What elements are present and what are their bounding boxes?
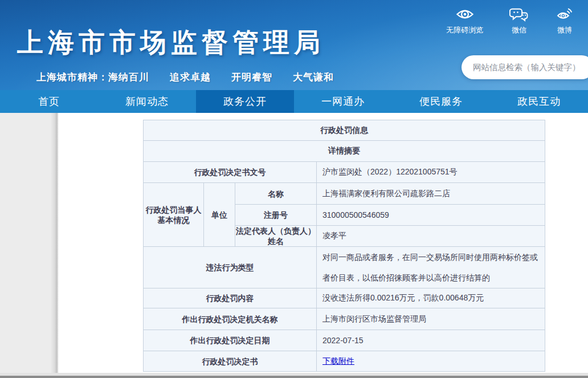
wechat-icon — [509, 5, 529, 24]
wechat-label: 微信 — [512, 25, 526, 35]
penalty-content-value: 没收违法所得0.00216万元，罚款0.00648万元 — [317, 288, 545, 308]
table-row: 作出行政处罚决定日期 2022-07-15 — [144, 330, 545, 351]
penalty-info-table: 行政处罚信息 详情摘要 行政处罚决定书文号 沪市监闵处（2022）1220210… — [143, 120, 545, 372]
decision-date-label: 作出行政处罚决定日期 — [144, 330, 317, 351]
weibo-icon — [555, 5, 574, 24]
weibo-label: 微博 — [557, 25, 572, 35]
nav-item-interaction[interactable]: 政民互动 — [490, 90, 588, 113]
legal-rep-label: 法定代表人（负责人） 姓名 — [235, 226, 317, 247]
table-row: 作出行政处罚决定机关名称 上海市闵行区市场监督管理局 — [144, 308, 545, 330]
table-title: 行政处罚信息 — [144, 120, 545, 141]
doc-no-label: 行政处罚决定书文号 — [144, 162, 317, 183]
site-title: 上海市市场监督管理局 — [17, 25, 325, 60]
nav-item-news[interactable]: 新闻动态 — [98, 90, 196, 113]
table-row: 详情摘要 — [144, 141, 545, 162]
table-row: 行政处罚信息 — [144, 120, 545, 141]
reg-no-value: 310000500546059 — [317, 205, 545, 226]
authority-label: 作出行政处罚决定机关名称 — [144, 308, 317, 330]
wechat-link[interactable]: 微信 — [509, 5, 529, 35]
authority-value: 上海市闵行区市场监督管理局 — [317, 308, 545, 330]
search-input[interactable] — [473, 63, 584, 72]
left-rail — [0, 113, 59, 373]
page: 上海市市场监督管理局 上海城市精神：海纳百川 追求卓越 开明睿智 大气谦和 无障… — [0, 0, 588, 378]
city-spirit-slogan: 上海城市精神：海纳百川 追求卓越 开明睿智 大气谦和 — [36, 71, 334, 84]
decision-doc-cell: 下载附件 — [317, 351, 545, 372]
table-row: 行政处罚当事人 基本情况 单位 名称 上海福满家便利有限公司疏影路二店 — [144, 183, 545, 205]
reg-no-label: 注册号 — [235, 205, 317, 226]
nav-item-home[interactable]: 首页 — [0, 90, 98, 113]
weibo-link[interactable]: 微博 — [555, 5, 574, 35]
violation-value: 对同一商品或者服务，在同一交易场所同时使用两种标价签或者价目表，以低价招徕顾客并… — [317, 247, 545, 288]
download-attachment-link[interactable]: 下载附件 — [322, 356, 354, 365]
name-value: 上海福满家便利有限公司疏影路二店 — [317, 183, 545, 205]
legal-rep-value: 凌孝平 — [317, 226, 545, 247]
nav-item-one-portal[interactable]: 一网通办 — [294, 90, 392, 113]
main-nav: 首页 新闻动态 政务公开 一网通办 便民服务 政民互动 — [0, 90, 588, 113]
party-label: 行政处罚当事人 基本情况 — [144, 183, 204, 247]
table-row: 行政处罚内容 没收违法所得0.00216万元，罚款0.00648万元 — [144, 288, 545, 308]
name-label: 名称 — [235, 183, 317, 205]
accessibility-link[interactable]: 无障碍浏览 — [446, 5, 483, 35]
nav-item-public-service[interactable]: 便民服务 — [392, 90, 490, 113]
site-header: 上海市市场监督管理局 上海城市精神：海纳百川 追求卓越 开明睿智 大气谦和 无障… — [0, 0, 588, 90]
site-search — [462, 55, 588, 79]
decision-doc-label: 行政处罚决定书 — [144, 351, 317, 372]
quick-links: 无障碍浏览 微信 — [446, 5, 574, 35]
table-row: 行政处罚决定书文号 沪市监闵处（2022）122021005751号 — [144, 162, 545, 183]
violation-label: 违法行为类型 — [144, 247, 317, 288]
section-title: 详情摘要 — [144, 141, 545, 162]
doc-no-value: 沪市监闵处（2022）122021005751号 — [317, 162, 545, 183]
nav-item-gov-disclosure[interactable]: 政务公开 — [196, 90, 294, 113]
party-type-label: 单位 — [204, 183, 235, 247]
table-row: 行政处罚决定书 下载附件 — [144, 351, 545, 372]
penalty-content-label: 行政处罚内容 — [144, 288, 317, 308]
eye-icon — [455, 5, 475, 24]
decision-date-value: 2022-07-15 — [317, 330, 545, 351]
footer-strip — [0, 373, 588, 378]
table-row: 违法行为类型 对同一商品或者服务，在同一交易场所同时使用两种标价签或者价目表，以… — [144, 247, 545, 288]
accessibility-label: 无障碍浏览 — [446, 25, 483, 35]
content-area: 行政处罚信息 详情摘要 行政处罚决定书文号 沪市监闵处（2022）1220210… — [0, 113, 588, 378]
